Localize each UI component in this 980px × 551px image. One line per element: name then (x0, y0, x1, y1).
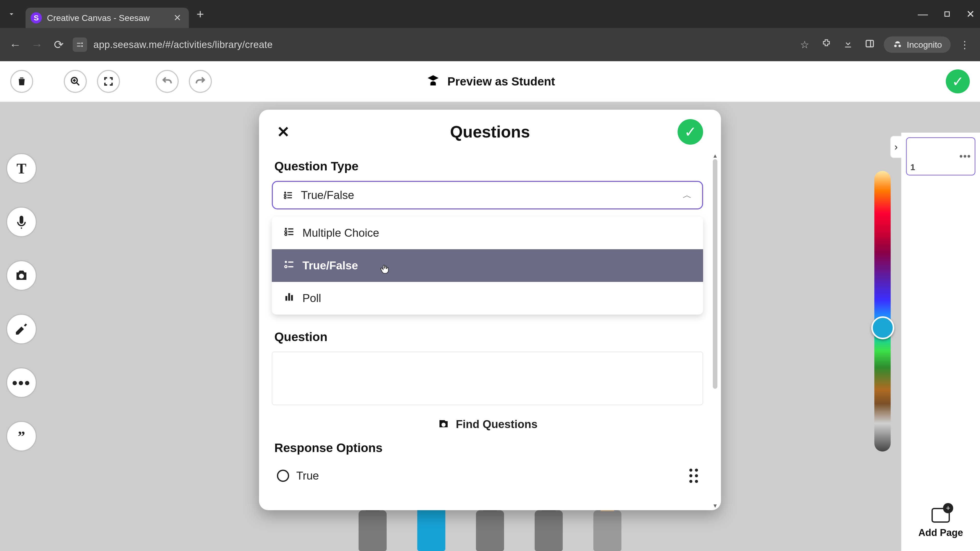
seesaw-app: Preview as Student ✓ T ••• ” › (0, 61, 980, 551)
question-section-label: Question (274, 330, 703, 344)
window-maximize-icon[interactable] (943, 8, 951, 20)
scroll-thumb[interactable] (713, 159, 718, 389)
modal-scrollbar[interactable]: ▲ ▼ (712, 154, 718, 508)
scroll-down-icon[interactable]: ▼ (712, 503, 718, 509)
redo-icon[interactable] (189, 70, 212, 93)
svg-rect-20 (288, 234, 293, 235)
window-minimize-icon[interactable]: — (918, 8, 928, 20)
svg-rect-27 (291, 295, 293, 301)
trash-icon[interactable] (10, 70, 33, 93)
true-false-icon (283, 259, 295, 272)
draw-tool[interactable] (6, 314, 37, 345)
window-controls: — ✕ (918, 8, 975, 20)
drag-handle-icon[interactable] (689, 468, 698, 483)
pen-tool-3[interactable] (476, 510, 504, 551)
marker-tool[interactable] (535, 510, 563, 551)
pages-collapse-icon[interactable]: › (890, 136, 901, 158)
svg-rect-12 (287, 195, 292, 196)
pen-tool-1[interactable] (359, 510, 387, 551)
downloads-icon[interactable] (840, 38, 856, 51)
modal-close-icon[interactable]: ✕ (277, 123, 290, 141)
chevron-up-icon: ︿ (682, 189, 692, 202)
svg-point-11 (284, 194, 286, 196)
browser-tabbar: S Creative Canvas - Seesaw ✕ + — ✕ (0, 0, 980, 28)
svg-rect-10 (287, 192, 292, 193)
svg-point-2 (81, 45, 83, 47)
question-textarea[interactable] (272, 351, 703, 405)
tabs-dropdown-icon[interactable] (3, 5, 21, 23)
text-tool[interactable]: T (6, 153, 37, 184)
option-label: True/False (302, 259, 358, 272)
response-option-text: True (296, 469, 319, 482)
multiple-choice-icon (283, 226, 295, 240)
pencil-tool[interactable] (593, 510, 621, 551)
zoom-in-icon[interactable] (64, 70, 87, 93)
modal-confirm-button[interactable]: ✓ (678, 119, 703, 144)
option-multiple-choice[interactable]: Multiple Choice (272, 217, 703, 249)
color-knob[interactable] (871, 316, 894, 339)
svg-point-15 (285, 228, 287, 230)
site-settings-icon[interactable] (73, 38, 87, 52)
svg-point-19 (285, 233, 287, 235)
incognito-badge[interactable]: Incognito (884, 37, 951, 53)
tab-favicon: S (30, 12, 42, 24)
page-menu-icon[interactable]: ••• (959, 151, 971, 162)
question-type-selected-value: True/False (301, 189, 354, 202)
svg-point-17 (285, 230, 287, 233)
camera-tool[interactable] (6, 260, 37, 291)
tab-close-icon[interactable]: ✕ (173, 13, 181, 23)
page-thumbnail[interactable]: 1 ••• (906, 137, 975, 176)
window-close-icon[interactable]: ✕ (966, 8, 975, 20)
svg-point-13 (284, 197, 286, 198)
option-true-false[interactable]: True/False (272, 249, 703, 282)
app-topbar: Preview as Student ✓ (0, 61, 980, 102)
response-option-row[interactable]: True (272, 462, 703, 483)
cursor-hand-icon (379, 264, 390, 277)
browser-tab[interactable]: S Creative Canvas - Seesaw ✕ (25, 8, 189, 28)
browser-menu-icon[interactable]: ⋮ (957, 39, 972, 51)
tool-rail: T ••• ” (6, 153, 37, 451)
microphone-tool[interactable] (6, 206, 37, 237)
quote-tool[interactable]: ” (6, 421, 37, 451)
poll-icon (283, 291, 295, 305)
svg-rect-14 (287, 197, 292, 198)
option-label: Poll (302, 292, 321, 305)
nav-back-icon[interactable]: ← (8, 37, 23, 52)
question-type-options: Multiple Choice True/False (272, 217, 703, 314)
question-type-select[interactable]: True/False ︿ (272, 181, 703, 210)
preview-as-student-button[interactable]: Preview as Student (425, 73, 555, 89)
done-check-button[interactable]: ✓ (946, 69, 970, 94)
modal-body: Question Type True/False ︿ Multiple Choi… (259, 151, 721, 510)
option-poll[interactable]: Poll (272, 282, 703, 314)
svg-rect-22 (288, 262, 293, 263)
radio-icon[interactable] (277, 470, 289, 482)
svg-rect-25 (285, 296, 287, 300)
question-type-label: Question Type (274, 159, 703, 173)
nav-forward-icon: → (29, 37, 45, 52)
questions-modal: ✕ Questions ✓ Question Type True/False ︿ (259, 110, 721, 510)
color-strip[interactable] (874, 171, 891, 451)
browser-addressbar: ← → ⟳ app.seesaw.me/#/activities/library… (0, 28, 980, 61)
extensions-icon[interactable] (819, 38, 834, 51)
add-page-button[interactable]: Add Page (901, 498, 980, 551)
svg-rect-16 (288, 228, 293, 229)
find-questions-label: Find Questions (456, 418, 538, 430)
nav-reload-icon[interactable]: ⟳ (51, 37, 66, 52)
page-number: 1 (910, 162, 915, 172)
svg-point-1 (81, 43, 83, 44)
list-icon (283, 190, 293, 200)
new-tab-button[interactable]: + (197, 6, 204, 21)
fullscreen-icon[interactable] (97, 70, 120, 93)
url-text[interactable]: app.seesaw.me/#/activities/library/creat… (94, 39, 791, 50)
svg-point-23 (285, 265, 287, 268)
preview-label: Preview as Student (447, 75, 555, 88)
bookmark-star-icon[interactable]: ☆ (797, 39, 812, 51)
svg-rect-24 (288, 266, 293, 267)
undo-icon[interactable] (156, 70, 179, 93)
modal-title: Questions (450, 122, 530, 141)
find-questions-button[interactable]: Find Questions (272, 418, 703, 430)
more-tools-icon[interactable]: ••• (6, 367, 37, 398)
tab-title: Creative Canvas - Seesaw (47, 13, 169, 23)
incognito-label: Incognito (907, 40, 942, 50)
sidepanel-icon[interactable] (862, 39, 877, 51)
